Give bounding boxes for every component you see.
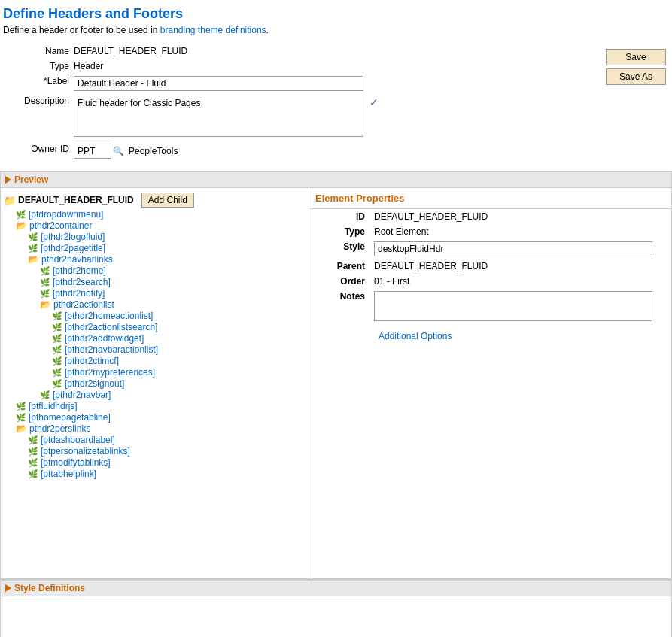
order-label: Order bbox=[309, 274, 369, 289]
tree-item[interactable]: 🌿[pthdr2ctimcf] bbox=[52, 356, 306, 366]
parent-label: Parent bbox=[309, 259, 369, 274]
style-label: Style bbox=[309, 239, 369, 259]
tree-panel: 📁 DEFAULT_HEADER_FLUID Add Child 🌿[ptdro… bbox=[1, 188, 309, 578]
leaf-icon: 🌿 bbox=[40, 289, 50, 299]
leaf-icon: 🌿 bbox=[28, 244, 38, 253]
folder-open-icon: 📂 bbox=[16, 220, 27, 231]
leaf-icon: 🌿 bbox=[28, 447, 38, 457]
label-label: *Label bbox=[6, 74, 74, 86]
tree-item[interactable]: 📂pthdr2container bbox=[16, 220, 306, 231]
tree-item[interactable]: 🌿[ptpersonalizetablinks] bbox=[28, 446, 306, 457]
tree-item-label: [ptmodifytablinks] bbox=[41, 457, 111, 468]
main-content-area: 📁 DEFAULT_HEADER_FLUID Add Child 🌿[ptdro… bbox=[0, 188, 672, 579]
save-button[interactable]: Save bbox=[606, 49, 666, 65]
branding-theme-link[interactable]: branding theme definitions bbox=[160, 25, 266, 35]
tree-item[interactable]: 🌿[ptdropdownmenu] bbox=[16, 209, 306, 220]
tree-item[interactable]: 🌿[pthdr2search] bbox=[40, 277, 306, 287]
tree-item-label: [ptdashboardlabel] bbox=[41, 435, 115, 445]
desc-label: Description bbox=[6, 94, 74, 106]
element-properties-panel: Element Properties ID DEFAULT_HEADER_FLU… bbox=[309, 188, 671, 578]
tree-item-label: [pthdr2logofluid] bbox=[41, 232, 105, 242]
type-prop-value: Root Element bbox=[369, 224, 671, 239]
style-defs-triangle-icon bbox=[5, 584, 11, 592]
leaf-icon: 🌿 bbox=[28, 232, 38, 242]
tree-item-label: [pthdr2homeactionlist] bbox=[65, 311, 153, 321]
tree-item[interactable]: 🌿[pttabhelplink] bbox=[28, 469, 306, 479]
tree-item[interactable]: 🌿[pthdr2signout] bbox=[52, 378, 306, 389]
leaf-icon: 🌿 bbox=[28, 469, 38, 479]
tree-item-label: [pthdr2addtowidget] bbox=[65, 333, 144, 344]
id-value: DEFAULT_HEADER_FLUID bbox=[369, 209, 671, 224]
folder-open-icon: 📂 bbox=[16, 423, 27, 434]
tree-item-label: pthdr2navbarlinks bbox=[41, 254, 113, 265]
page-title: Define Headers and Footers bbox=[0, 0, 672, 25]
leaf-icon: 🌿 bbox=[40, 278, 50, 287]
tree-item-label: [pthdr2pagetitle] bbox=[41, 243, 105, 253]
tree-item-label: [ptfluidhdrjs] bbox=[29, 401, 78, 411]
tree-item[interactable]: 📂pthdr2navbarlinks bbox=[28, 254, 306, 265]
leaf-icon: 🌿 bbox=[52, 345, 62, 355]
additional-options-link[interactable]: Additional Options bbox=[374, 328, 667, 344]
save-as-button[interactable]: Save As bbox=[606, 68, 666, 85]
tree-item[interactable]: 🌿[pthdr2navbar] bbox=[40, 390, 306, 400]
style-definitions-bar[interactable]: Style Definitions bbox=[0, 579, 672, 596]
tree-item[interactable]: 🌿[pthdr2notify] bbox=[40, 288, 306, 299]
spell-check-icon[interactable]: ✓ bbox=[369, 96, 379, 108]
root-folder-icon: 📁 bbox=[4, 195, 16, 206]
leaf-icon: 🌿 bbox=[16, 402, 26, 411]
leaf-icon: 🌿 bbox=[28, 435, 38, 445]
tree-item[interactable]: 🌿[pthdr2pagetitle] bbox=[28, 243, 306, 253]
owner-search-icon[interactable]: 🔍 bbox=[113, 146, 124, 156]
tree-item[interactable]: 🌿[pthomepagetabline] bbox=[16, 412, 306, 423]
tree-item-label: [pthomepagetabline] bbox=[29, 412, 111, 423]
tree-item-label: [pthdr2search] bbox=[53, 277, 111, 287]
tree-item-label: pthdr2perslinks bbox=[29, 423, 90, 434]
style-input[interactable] bbox=[374, 241, 652, 256]
tree-item-label: pthdr2actionlist bbox=[53, 299, 114, 310]
folder-open-icon: 📂 bbox=[28, 254, 39, 265]
notes-label: Notes bbox=[309, 289, 369, 326]
type-label: Type bbox=[6, 59, 74, 71]
tree-item-label: [pthdr2home] bbox=[53, 265, 106, 276]
tree-item-label: [pthdr2mypreferences] bbox=[65, 367, 155, 378]
add-child-button[interactable]: Add Child bbox=[141, 193, 194, 208]
label-input[interactable] bbox=[74, 76, 363, 91]
leaf-icon: 🌿 bbox=[52, 311, 62, 321]
leaf-icon: 🌿 bbox=[28, 458, 38, 468]
type-prop-label: Type bbox=[309, 224, 369, 239]
leaf-icon: 🌿 bbox=[52, 356, 62, 366]
preview-section-bar[interactable]: Preview bbox=[0, 171, 672, 188]
tree-item[interactable]: 🌿[pthdr2homeactionlist] bbox=[52, 311, 306, 321]
tree-item-label: [ptdropdownmenu] bbox=[29, 209, 103, 220]
leaf-icon: 🌿 bbox=[16, 210, 26, 220]
style-definitions-title: Style Definitions bbox=[14, 583, 85, 593]
tree-item[interactable]: 🌿[ptdashboardlabel] bbox=[28, 435, 306, 445]
tree-item[interactable]: 🌿[pthdr2home] bbox=[40, 265, 306, 276]
tree-item[interactable]: 🌿[ptmodifytablinks] bbox=[28, 457, 306, 468]
description-textarea[interactable]: Fluid header for Classic Pages bbox=[74, 96, 363, 137]
tree-root: 📁 DEFAULT_HEADER_FLUID Add Child bbox=[4, 193, 306, 208]
parent-value: DEFAULT_HEADER_FLUID bbox=[369, 259, 671, 274]
tree-item[interactable]: 🌿[pthdr2addtowidget] bbox=[52, 333, 306, 344]
tree-item[interactable]: 🌿[pthdr2actionlistsearch] bbox=[52, 322, 306, 332]
id-label: ID bbox=[309, 209, 369, 224]
tree-item-label: [ptpersonalizetablinks] bbox=[41, 446, 130, 457]
style-definitions-content bbox=[0, 596, 672, 637]
leaf-icon: 🌿 bbox=[52, 323, 62, 332]
notes-textarea[interactable] bbox=[374, 291, 652, 321]
owner-input[interactable] bbox=[74, 144, 111, 159]
tree-item[interactable]: 🌿[pthdr2mypreferences] bbox=[52, 367, 306, 378]
tree-item[interactable]: 🌿[ptfluidhdrjs] bbox=[16, 401, 306, 411]
leaf-icon: 🌿 bbox=[40, 266, 50, 276]
tree-item[interactable]: 🌿[pthdr2logofluid] bbox=[28, 232, 306, 242]
tree-item[interactable]: 📂pthdr2actionlist bbox=[40, 299, 306, 310]
leaf-icon: 🌿 bbox=[40, 390, 50, 400]
tree-item-label: [pttabhelplink] bbox=[41, 469, 96, 479]
order-value: 01 - First bbox=[369, 274, 671, 289]
tree-item[interactable]: 🌿[pthdr2navbaractionlist] bbox=[52, 344, 306, 355]
leaf-icon: 🌿 bbox=[52, 334, 62, 344]
tree-items: 🌿[ptdropdownmenu]📂pthdr2container🌿[pthdr… bbox=[4, 209, 306, 479]
tree-item[interactable]: 📂pthdr2perslinks bbox=[16, 423, 306, 434]
folder-open-icon: 📂 bbox=[40, 299, 51, 310]
leaf-icon: 🌿 bbox=[52, 368, 62, 378]
